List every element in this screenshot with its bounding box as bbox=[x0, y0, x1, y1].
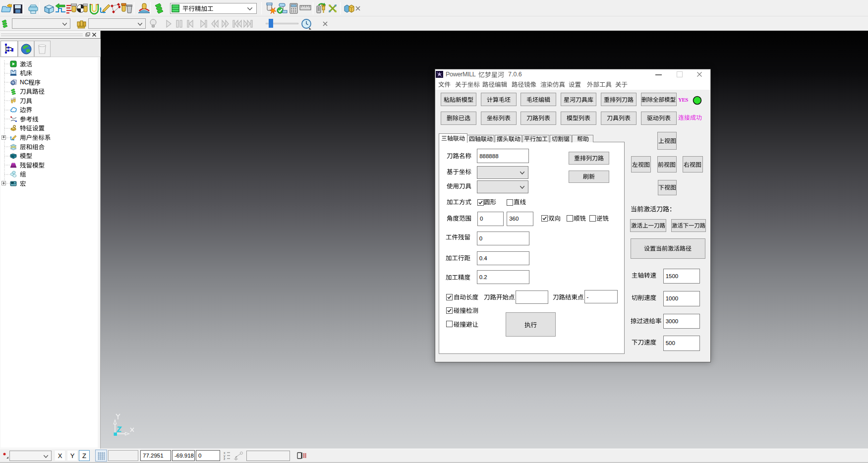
svg-text:z: z bbox=[224, 457, 226, 461]
